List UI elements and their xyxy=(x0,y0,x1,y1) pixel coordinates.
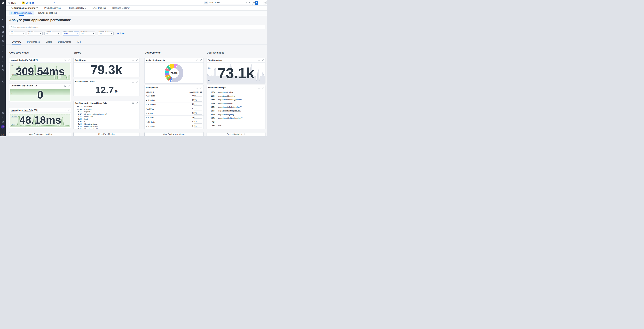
filter-dropdown[interactable]: Env All xyxy=(9,32,25,36)
card-title[interactable]: Total Sessions xyxy=(208,59,222,61)
infrastructure-icon[interactable] xyxy=(0,51,6,54)
card-title[interactable]: Most Visited Pages xyxy=(208,87,226,89)
export-icon[interactable] xyxy=(132,59,134,61)
deployment-row[interactable]: 4.5.29-rc 3.47k xyxy=(144,116,204,120)
sparkles-icon[interactable] xyxy=(0,116,6,119)
sub-nav-tab[interactable]: Feature Flag Tracking xyxy=(35,11,58,15)
export-icon[interactable] xyxy=(64,59,66,61)
column-header-version[interactable]: VERSION xyxy=(146,91,154,93)
export-icon[interactable] xyxy=(132,81,134,83)
filter-dropdown[interactable]: Service All xyxy=(27,32,42,36)
view-tab[interactable]: Deployments xyxy=(58,40,71,45)
error-rate-row[interactable]: 16.67 /signup xyxy=(75,111,138,113)
sub-nav-tab[interactable]: Performance Summary xyxy=(9,11,34,15)
bits-ai-icon[interactable] xyxy=(1,125,4,129)
visited-page-row[interactable]: 137k /department/sofas/product/? xyxy=(208,109,264,113)
watchdog-icon[interactable] xyxy=(0,40,6,42)
error-tracking-icon[interactable] xyxy=(0,80,6,83)
expand-icon[interactable] xyxy=(262,87,264,89)
filter-dropdown[interactable]: Session Type user xyxy=(63,32,79,36)
expand-icon[interactable] xyxy=(68,59,70,61)
fast-forward-button[interactable] xyxy=(258,1,261,5)
view-tab[interactable]: API xyxy=(77,40,81,45)
lcp-chart[interactable]: 1.7s 113.9ms 309.54ms xyxy=(10,63,70,80)
synthetics-icon[interactable] xyxy=(0,65,6,67)
error-rate-row[interactable]: 3.85 /profile-edit xyxy=(75,116,138,118)
expand-icon[interactable] xyxy=(200,87,202,89)
time-range-selector[interactable]: 1w Past 1 Week xyxy=(203,1,251,5)
card-title[interactable]: Top Views with Highest Error Rate xyxy=(75,102,107,104)
error-rate-row[interactable]: 6.57 /department/lighting/product/? xyxy=(75,113,138,115)
export-icon[interactable] xyxy=(196,87,198,89)
expand-icon[interactable] xyxy=(68,85,70,87)
card-title[interactable]: Active Deployments xyxy=(146,59,165,61)
primary-nav-tab[interactable]: Session Replay xyxy=(69,6,86,11)
visited-page-row[interactable]: 183k /department/sofas xyxy=(208,91,264,94)
visited-page-row[interactable]: 70k / xyxy=(208,120,264,124)
deployment-row[interactable]: 4.5.28-rc 4.27k xyxy=(144,107,204,111)
more-error-metrics-button[interactable]: More Error Metrics xyxy=(74,132,140,136)
copies-icon[interactable] xyxy=(0,121,6,123)
add-filter-button[interactable]: + Filter xyxy=(117,32,125,35)
zoom-out-button[interactable] xyxy=(263,1,266,5)
history-icon[interactable] xyxy=(0,26,6,29)
software-delivery-icon[interactable] xyxy=(0,76,6,78)
deployment-row[interactable]: 4.5.30-rc 4.10k xyxy=(144,111,204,116)
visited-page-row[interactable]: 109k /department/lighting/product/? xyxy=(208,116,264,120)
inp-chart[interactable]: 166.5ms 16ms 48.18ms xyxy=(10,114,70,127)
product-analytics-button[interactable]: Product Analytics xyxy=(206,132,266,136)
card-title[interactable]: Interaction to Next Paint P75 xyxy=(11,109,38,112)
dashboards-icon[interactable] xyxy=(0,44,6,47)
expand-icon[interactable] xyxy=(200,59,202,61)
card-title[interactable]: Cumulative Layout Shift P75 xyxy=(11,85,37,87)
primary-nav-tab[interactable]: Performance Monitoring xyxy=(11,6,38,11)
deployment-row[interactable]: 4.5.30-beta 4.51k xyxy=(144,102,204,107)
export-icon[interactable] xyxy=(258,87,260,89)
error-rate-row[interactable]: 0.48 /department/sofas xyxy=(75,126,138,128)
apm-icon[interactable] xyxy=(0,35,6,38)
visited-page-row[interactable]: 112k /department/lighting xyxy=(208,113,264,116)
deployments-donut-chart[interactable]: 74.02k xyxy=(165,64,184,82)
error-rate-row[interactable]: 66.67 /scenarios xyxy=(75,106,138,108)
expand-icon[interactable] xyxy=(136,102,138,104)
primary-nav-tab[interactable]: Sessions Explorer xyxy=(112,6,130,11)
primary-nav-tab[interactable]: Error Tracking xyxy=(92,6,106,11)
error-rate-row[interactable]: 0.54 /department/chairs xyxy=(75,123,138,125)
export-icon[interactable] xyxy=(64,85,66,87)
more-performance-metrics-button[interactable]: More Performance Metrics xyxy=(9,132,71,136)
card-title[interactable]: Total Errors xyxy=(75,59,86,61)
view-tab[interactable]: Overview xyxy=(12,40,21,45)
filter-dropdown[interactable]: Version All xyxy=(44,32,60,36)
pin-icon[interactable] xyxy=(246,2,248,4)
error-rate-row[interactable]: 0.45 /department/bedding xyxy=(75,128,138,129)
visited-page-row[interactable]: 21k /cart xyxy=(208,124,264,127)
help-label[interactable]: Help xyxy=(0,134,6,136)
pause-button[interactable] xyxy=(255,1,258,5)
integrations-icon[interactable] xyxy=(0,112,6,114)
primary-nav-tab[interactable]: Product Analytics xyxy=(44,6,63,11)
deployment-row[interactable]: 4.5.28-beta 4.58k xyxy=(144,98,204,103)
error-rate-row[interactable]: 1.46 /cart xyxy=(75,118,138,120)
logs-icon[interactable] xyxy=(0,55,6,58)
view-tab[interactable]: Performance xyxy=(27,40,40,45)
more-deployment-metrics-button[interactable]: More Deployment Metrics xyxy=(144,132,204,136)
page-select-input[interactable] xyxy=(9,25,265,29)
error-rate-row[interactable]: 0.94 / xyxy=(75,121,138,123)
security-icon[interactable] xyxy=(0,69,6,72)
datadog-logo-icon[interactable] xyxy=(1,1,4,5)
export-icon[interactable] xyxy=(132,102,134,104)
expand-icon[interactable] xyxy=(68,109,70,111)
total-sessions-chart[interactable]: 821 80 73.1k xyxy=(207,63,265,83)
metrics-icon[interactable] xyxy=(0,31,6,33)
expand-icon[interactable] xyxy=(136,81,138,83)
filter-dropdown[interactable]: Country All xyxy=(80,32,95,36)
visited-page-row[interactable]: 155k /department/bedding/product/? xyxy=(208,98,264,101)
help-icon[interactable]: ? xyxy=(0,131,6,134)
rewind-button[interactable] xyxy=(252,1,255,5)
card-title[interactable]: Deployments xyxy=(146,87,158,89)
cls-chart[interactable]: 0 0 xyxy=(10,89,70,101)
export-icon[interactable] xyxy=(196,59,198,61)
expand-icon[interactable] xyxy=(262,59,264,61)
visited-page-row[interactable]: 157k /department/bedding xyxy=(208,94,264,98)
export-icon[interactable] xyxy=(258,59,260,61)
